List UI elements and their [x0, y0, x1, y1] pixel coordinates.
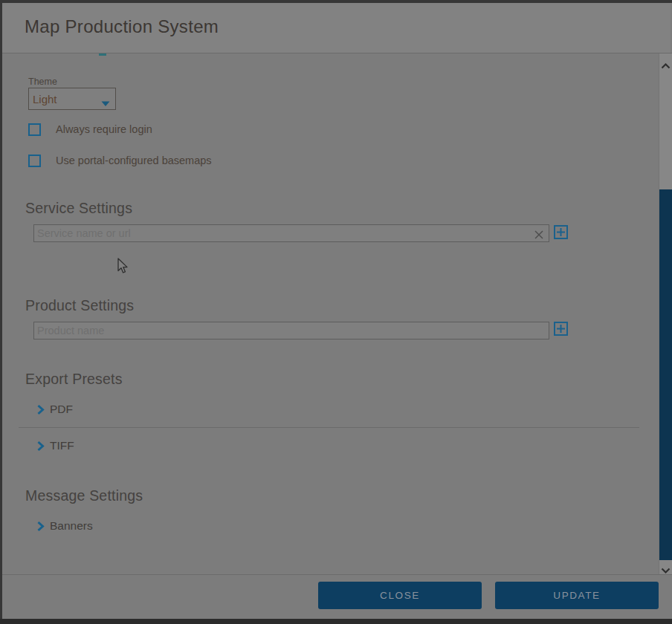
theme-select-value: Light	[29, 93, 57, 105]
chevron-right-icon	[36, 441, 45, 455]
window-border-bottom	[0, 619, 672, 624]
vertical-scrollbar[interactable]	[659, 53, 672, 574]
scrollbar-thumb[interactable]	[659, 189, 672, 560]
checkbox-label: Use portal-configured basemaps	[56, 155, 212, 166]
dialog-header: Map Production System	[2, 3, 671, 53]
checkbox-label: Always require login	[56, 123, 152, 135]
service-settings-heading: Service Settings	[25, 200, 132, 217]
page-title: Map Production System	[25, 16, 219, 37]
scrolled-element-fragment	[99, 53, 106, 56]
message-settings-heading: Message Settings	[25, 487, 143, 504]
row-divider	[19, 427, 639, 428]
add-service-button[interactable]	[554, 225, 568, 239]
export-presets-heading: Export Presets	[25, 371, 123, 388]
expand-row-label: PDF	[50, 403, 73, 416]
expand-row-banners[interactable]: Banners	[36, 519, 259, 533]
expand-row-pdf[interactable]: PDF	[36, 403, 259, 416]
scroll-up-icon[interactable]	[661, 59, 671, 65]
scroll-down-icon[interactable]	[661, 563, 671, 569]
service-name-input[interactable]	[34, 225, 549, 241]
window-border-top	[0, 0, 672, 3]
service-input-wrap	[33, 224, 549, 242]
clear-input-icon[interactable]	[534, 229, 543, 238]
caret-down-icon	[101, 97, 110, 110]
update-button[interactable]: UPDATE	[495, 582, 659, 609]
mouse-cursor-arrow-icon	[117, 258, 129, 277]
window-border-left	[0, 0, 2, 624]
chevron-right-icon	[36, 404, 45, 418]
expand-row-label: TIFF	[50, 439, 74, 452]
checkbox-always-require-login[interactable]	[28, 123, 41, 136]
expand-row-tiff[interactable]: TIFF	[36, 439, 259, 452]
expand-row-label: Banners	[50, 519, 93, 533]
chevron-right-icon	[36, 521, 45, 535]
footer-divider	[2, 574, 672, 575]
close-button[interactable]: CLOSE	[318, 582, 482, 609]
product-name-input[interactable]	[34, 322, 549, 339]
theme-label: Theme	[28, 77, 57, 87]
checkbox-portal-basemaps[interactable]	[28, 155, 41, 167]
product-input-wrap	[33, 322, 549, 339]
theme-select[interactable]: Light	[28, 88, 116, 110]
product-settings-heading: Product Settings	[25, 297, 134, 314]
add-product-button[interactable]	[554, 322, 568, 336]
map-production-system-dialog: Map Production System Theme Light Always…	[0, 0, 672, 624]
